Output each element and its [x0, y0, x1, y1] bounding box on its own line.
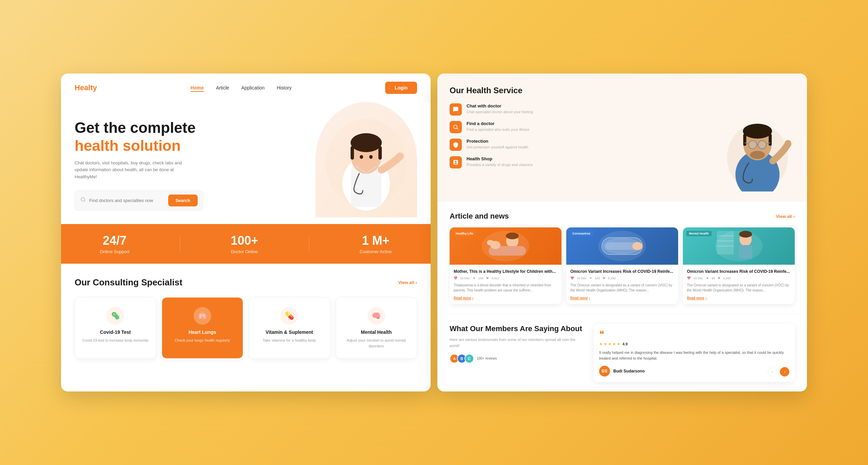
health-shop-info: Health Shop Provides a variety of drugs … — [467, 156, 533, 167]
chevron-read-more-icon-2: › — [589, 296, 590, 300]
nav-item-history[interactable]: History — [277, 85, 292, 91]
article-likes-icon-1: ❤ — [486, 277, 489, 280]
health-shop-desc: Provides a variety of drugs and vitamins — [467, 162, 533, 167]
mental-icon: 🧠 — [368, 307, 385, 325]
article-content-1: Mother, This is a Healthy Lifestyle for … — [450, 265, 561, 304]
article-tag-1: Healthy Life — [453, 231, 476, 236]
search-input[interactable] — [89, 198, 164, 203]
article-views-2: 142 — [595, 277, 600, 280]
nav-link-article[interactable]: Article — [216, 85, 229, 90]
svg-point-11 — [454, 125, 457, 129]
article-date-1: 10 Dec — [460, 277, 470, 280]
articles-view-all-label: View all — [776, 214, 792, 219]
next-arrow[interactable]: › — [780, 367, 789, 377]
article-img-3: Mental Health — [683, 227, 795, 265]
chevron-read-more-icon-1: › — [472, 296, 473, 300]
specialist-card-vitamin[interactable]: 💊 Vitamin & Suplement Take vitamins for … — [249, 297, 330, 359]
svg-rect-18 — [769, 134, 772, 146]
svg-point-16 — [743, 124, 772, 139]
article-img-1: Healthy Life — [450, 227, 561, 265]
star-5: ★ — [617, 342, 620, 346]
testimonial-left: What Our Members Are Saying About Here a… — [450, 324, 586, 382]
read-more-label-1: Read more — [454, 296, 471, 300]
stat-customers-number: 1 M+ — [360, 234, 392, 248]
login-button[interactable]: Login — [385, 82, 417, 94]
nav-link-history[interactable]: History — [277, 85, 292, 90]
nav-link-home[interactable]: Home — [191, 85, 204, 92]
read-more-label-3: Read more — [687, 296, 705, 300]
specialist-name-covid: Covid-19 Test — [82, 329, 149, 335]
testimonial-text: It really helped me in diagnosing the di… — [599, 350, 789, 362]
article-views-1: 104 — [478, 277, 484, 280]
article-title-3: Omicron Variant Increases Risk of COVID-… — [687, 269, 791, 275]
svg-line-1 — [84, 201, 85, 202]
reviewer-info: BS Budi Sudarsono — [599, 366, 789, 377]
star-4: ★ — [612, 342, 616, 346]
specialist-desc-mental: Adjust your mindset to avoid mental diso… — [343, 338, 410, 349]
specialists-header: Our Consulting Specialist View all › — [75, 277, 417, 288]
svg-rect-41 — [717, 231, 734, 255]
article-content-3: Omicron Variant Increases Risk of COVID-… — [683, 265, 795, 304]
article-views-icon-3: 👁 — [706, 277, 709, 280]
chevron-right-icon: › — [416, 280, 417, 285]
stat-doctors: 100+ Doctor Online — [231, 234, 258, 254]
doctor-right-illustration — [720, 103, 795, 191]
testimonials-section: What Our Members Are Saying About Here a… — [437, 314, 807, 391]
find-doctor-icon — [450, 121, 462, 133]
specialists-view-all[interactable]: View all › — [398, 280, 417, 285]
svg-point-39 — [739, 231, 752, 238]
vitamin-icon: 💊 — [280, 307, 298, 325]
articles-title: Article and news — [450, 212, 509, 221]
article-tag-2: Coronavirus — [570, 231, 593, 236]
stat-divider-2 — [309, 236, 309, 252]
prev-arrow[interactable]: ‹ — [768, 367, 777, 377]
article-date-icon-1: 📅 — [454, 277, 457, 280]
chat-doctor-info: Chat with doctor Chat specialist doctor … — [467, 103, 533, 115]
article-likes-1: 4,412 — [492, 277, 499, 280]
nav-item-application[interactable]: Application — [241, 85, 265, 91]
article-meta-2: 📅 10 Dec 👁 142 ❤ 5,332 — [570, 277, 674, 280]
service-item-protection: Protection Get protection yourself again… — [450, 139, 533, 151]
stat-customers: 1 M+ Customer Active — [360, 234, 392, 254]
hero-subtitle: Chat doctors, visit hospitals, buy drugs… — [75, 160, 183, 181]
find-doctor-info: Find a doctor Find a specialist who suit… — [467, 121, 530, 132]
nav-link-application[interactable]: Application — [241, 85, 265, 90]
specialist-card-lungs[interactable]: 🫁 Heart Lungs Check your lungs health re… — [162, 297, 243, 359]
article-card-1[interactable]: Healthy Life — [450, 227, 561, 304]
specialist-card-mental[interactable]: 🧠 Mental Health Adjust your mindset to a… — [336, 297, 417, 359]
read-more-1[interactable]: Read more › — [454, 296, 557, 300]
reviewer-pic: BS — [599, 366, 610, 377]
svg-line-12 — [457, 128, 458, 129]
specialist-card-covid[interactable]: 🦠 Covid-19 Test Covid-19 test to increas… — [75, 297, 156, 359]
specialist-cards: 🦠 Covid-19 Test Covid-19 test to increas… — [75, 297, 417, 359]
nav-item-article[interactable]: Article — [216, 85, 229, 91]
article-img-2: Coronavirus — [566, 227, 678, 265]
read-more-3[interactable]: Read more › — [687, 296, 791, 300]
article-card-3[interactable]: Mental Health — [683, 227, 795, 304]
stat-customers-label: Customer Active — [360, 249, 392, 254]
protection-name: Protection — [467, 139, 528, 144]
specialist-desc-lungs: Check your lungs health regularly — [169, 338, 236, 343]
protection-info: Protection Get protection yourself again… — [467, 139, 528, 150]
articles-view-all[interactable]: View all › — [776, 214, 795, 219]
svg-rect-40 — [739, 245, 752, 259]
svg-point-19 — [749, 141, 757, 149]
service-item-chat: Chat with doctor Chat specialist doctor … — [450, 103, 533, 116]
testimonial-card: ❝ ★ ★ ★ ★ ★ 4.9 It really helped me in d… — [594, 324, 795, 382]
article-card-2[interactable]: Coronavirus Omicron Variant Increas — [566, 227, 678, 304]
search-button[interactable]: Search — [168, 195, 198, 206]
article-excerpt-3: The Omicron variant is designated as a v… — [687, 283, 791, 293]
specialist-name-mental: Mental Health — [343, 329, 410, 335]
star-3: ★ — [608, 342, 612, 346]
health-shop-icon — [450, 156, 462, 168]
read-more-2[interactable]: Read more › — [570, 296, 674, 300]
reviewer-count: 100+ reviews — [477, 357, 497, 360]
search-icon — [80, 197, 86, 204]
reviewer-row: A B C 100+ reviews — [450, 354, 586, 363]
svg-point-24 — [750, 151, 765, 159]
health-service-title: Our Health Service — [450, 86, 795, 95]
protection-desc: Get protection yourself against health — [467, 145, 528, 150]
specialists-title: Our Consulting Specialist — [75, 277, 182, 288]
navbar: Healty Home Article Application History … — [61, 74, 431, 102]
nav-item-home[interactable]: Home — [191, 85, 204, 91]
